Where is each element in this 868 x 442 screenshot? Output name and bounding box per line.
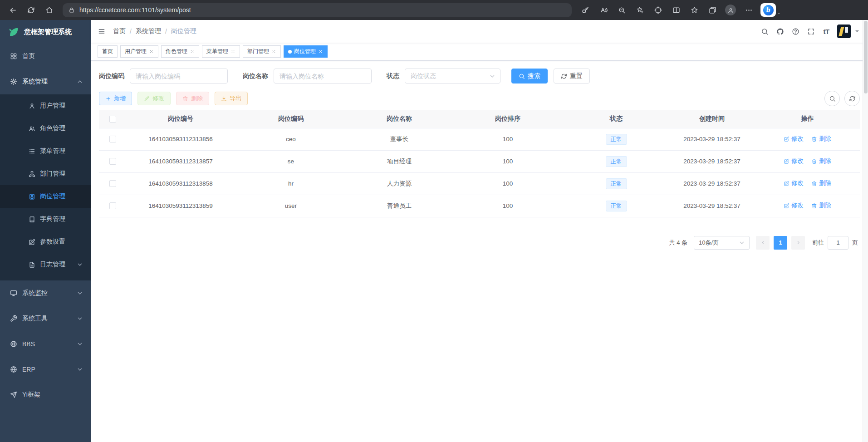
post-code-label: 岗位编码 <box>99 72 124 80</box>
refresh-icon <box>849 95 856 102</box>
row-checkbox[interactable] <box>109 136 116 142</box>
edit-button[interactable]: 修改 <box>137 92 171 105</box>
breadcrumb-home[interactable]: 首页 <box>113 27 126 35</box>
export-button[interactable]: 导出 <box>215 92 248 105</box>
table-row[interactable]: 1641030593112313856 ceo 董事长 100 正常 2023-… <box>99 128 860 150</box>
zoom-button[interactable] <box>613 2 630 18</box>
sidebar-item-monitor[interactable]: 系统监控 <box>0 280 91 306</box>
page-size-select[interactable]: 10条/页 <box>694 236 750 250</box>
tab-user-mgmt[interactable]: 用户管理 <box>120 45 158 58</box>
row-checkbox[interactable] <box>109 180 116 187</box>
sidebar-collapse-icon[interactable] <box>98 28 105 35</box>
pagination: 共 4 条 10条/页 1 前往 页 <box>99 236 860 250</box>
sidebar-item-system[interactable]: 系统管理 <box>0 69 91 94</box>
password-manager-button[interactable] <box>577 2 593 18</box>
row-edit-button[interactable]: 修改 <box>784 157 804 165</box>
avatar-caret-icon[interactable] <box>853 28 861 35</box>
tab-home[interactable]: 首页 <box>98 45 118 58</box>
prev-page-button[interactable] <box>756 236 770 250</box>
tab-menu-mgmt[interactable]: 菜单管理 <box>202 45 240 58</box>
close-icon[interactable] <box>190 49 195 54</box>
post-name-input[interactable] <box>274 69 372 83</box>
sidebar-item-erp[interactable]: ERP <box>0 357 91 382</box>
row-edit-button[interactable]: 修改 <box>784 179 804 187</box>
header-search-button[interactable] <box>758 25 771 38</box>
sidebar-item-bbs[interactable]: BBS <box>0 331 91 357</box>
tab-role-mgmt[interactable]: 角色管理 <box>161 45 199 58</box>
sidebar-item-param-settings[interactable]: 参数设置 <box>0 231 91 253</box>
sidebar-item-role-mgmt[interactable]: 角色管理 <box>0 117 91 140</box>
key-icon <box>582 6 589 14</box>
profile-button[interactable] <box>722 2 739 18</box>
row-edit-button[interactable]: 修改 <box>784 201 804 210</box>
site-lock-icon[interactable] <box>69 7 75 13</box>
current-page-button[interactable]: 1 <box>774 236 787 250</box>
copilot-button[interactable]: b <box>760 3 776 17</box>
row-delete-button[interactable]: 删除 <box>811 201 831 210</box>
row-checkbox[interactable] <box>109 202 116 209</box>
status-select[interactable]: 岗位状态 <box>405 69 500 83</box>
table-row[interactable]: 1641030593112313858 hr 人力资源 100 正常 2023-… <box>99 172 860 195</box>
sidebar-item-tools[interactable]: 系统工具 <box>0 306 91 331</box>
sidebar-item-log-mgmt[interactable]: 日志管理 <box>0 253 91 276</box>
breadcrumb-system[interactable]: 系统管理 <box>136 27 161 35</box>
column-post-id: 岗位编号 <box>126 110 235 128</box>
browser-back-button[interactable] <box>5 2 21 18</box>
collections-button[interactable] <box>704 2 721 18</box>
chevron-down-icon <box>76 366 83 373</box>
reset-button[interactable]: 重置 <box>554 69 590 83</box>
table-row[interactable]: 1641030593112313859 user 普通员工 100 正常 202… <box>99 195 860 217</box>
add-button[interactable]: 新增 <box>99 92 132 105</box>
row-delete-button[interactable]: 删除 <box>811 179 831 187</box>
close-icon[interactable] <box>271 49 276 54</box>
row-checkbox[interactable] <box>109 158 116 165</box>
close-icon[interactable] <box>230 49 235 54</box>
read-aloud-button[interactable] <box>595 2 612 18</box>
row-delete-button[interactable]: 删除 <box>811 135 831 143</box>
post-code-input[interactable] <box>130 69 228 83</box>
sidebar-item-menu-mgmt[interactable]: 菜单管理 <box>0 140 91 162</box>
address-bar[interactable]: https://ccnetcore.com:1101/system/post <box>63 3 572 17</box>
extensions-button[interactable] <box>650 2 666 18</box>
toggle-search-button[interactable] <box>824 91 840 106</box>
add-favorite-button[interactable] <box>632 2 648 18</box>
font-size-button[interactable]: tT <box>820 25 833 38</box>
next-page-button[interactable] <box>791 236 805 250</box>
select-all-checkbox[interactable] <box>109 116 116 123</box>
table-row[interactable]: 1641030593112313857 se 项目经理 100 正常 2023-… <box>99 150 860 172</box>
sidebar-item-dict-mgmt[interactable]: 字典管理 <box>0 208 91 231</box>
delete-button[interactable]: 删除 <box>176 92 209 105</box>
sidebar-item-yi-framework[interactable]: Yi框架 <box>0 382 91 408</box>
browser-home-button[interactable] <box>41 2 57 18</box>
row-edit-button[interactable]: 修改 <box>784 135 804 143</box>
goto-page-input[interactable] <box>828 236 848 250</box>
close-icon[interactable] <box>318 49 323 54</box>
cell-post-sort: 100 <box>452 150 564 172</box>
search-button[interactable]: 搜索 <box>511 69 548 83</box>
row-delete-button[interactable]: 删除 <box>811 157 831 165</box>
github-button[interactable] <box>774 25 786 38</box>
close-icon[interactable] <box>149 49 154 54</box>
fullscreen-button[interactable] <box>804 25 817 38</box>
sidebar-item-dept-mgmt[interactable]: 部门管理 <box>0 162 91 185</box>
split-screen-button[interactable] <box>668 2 684 18</box>
sidebar-item-home[interactable]: 首页 <box>0 44 91 69</box>
sidebar-item-user-mgmt[interactable]: 用户管理 <box>0 94 91 117</box>
scrollbar-thumb[interactable] <box>864 21 868 93</box>
profile-avatar-icon <box>725 5 736 15</box>
sidebar-item-post-mgmt[interactable]: 岗位管理 <box>0 185 91 208</box>
tab-post-mgmt[interactable]: 岗位管理 <box>284 45 328 58</box>
refresh-table-button[interactable] <box>844 91 860 106</box>
cell-post-name: 董事长 <box>347 128 452 150</box>
globe-icon <box>10 340 17 348</box>
favorites-button[interactable] <box>686 2 702 18</box>
tab-dept-mgmt[interactable]: 部门管理 <box>243 45 281 58</box>
cell-post-code: ceo <box>235 128 347 150</box>
app-logo[interactable]: 意框架管理系统 <box>0 20 91 44</box>
browser-refresh-button[interactable] <box>23 2 39 18</box>
page-scrollbar[interactable] <box>863 20 868 442</box>
help-button[interactable] <box>789 25 802 38</box>
browser-menu-button[interactable] <box>740 2 757 18</box>
user-avatar[interactable] <box>837 25 851 38</box>
status-badge: 正常 <box>606 178 627 189</box>
